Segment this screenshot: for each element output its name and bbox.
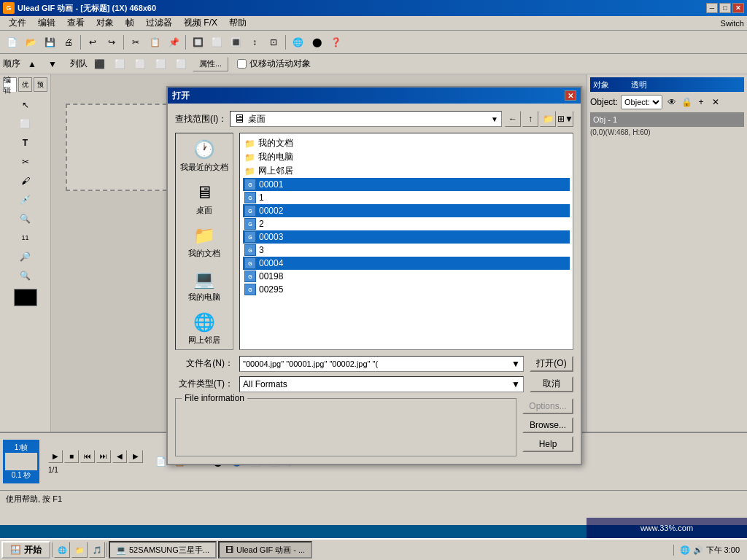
systray-icon1: 🌐	[680, 545, 690, 555]
folder-icon: 📁	[244, 166, 255, 176]
list-item-3[interactable]: G 3	[243, 244, 570, 257]
dialog-body: 查找范围(I)： 🖥 桌面 ▼ ← ↑ 📁 ⊞▼	[168, 104, 581, 464]
cancel-button[interactable]: 取消	[530, 376, 573, 392]
filetype-value: All Formats	[243, 379, 287, 389]
list-item-00002[interactable]: G 00002	[243, 204, 570, 217]
file-browser: 🕐 我最近的文档 🖥 桌面 📁	[175, 133, 573, 350]
taskbar-sep1	[52, 542, 53, 557]
file-name: 00198	[259, 271, 283, 281]
ulead-label: Ulead GIF 动画 - ...	[236, 545, 305, 556]
taskbar-media-icon[interactable]: 🎵	[89, 542, 105, 558]
start-button[interactable]: 🪟 开始	[1, 541, 50, 559]
nav-back-btn[interactable]: ←	[505, 111, 521, 127]
taskbar-sep2	[107, 542, 107, 557]
start-label: 开始	[24, 544, 42, 556]
help-dialog-button[interactable]: Help	[522, 436, 573, 452]
gif-icon: G	[244, 205, 256, 217]
filetype-select[interactable]: All Formats ▼	[239, 376, 524, 392]
watermark: www.33%.com	[587, 518, 747, 538]
nav-new-folder-btn[interactable]: 📁	[540, 111, 556, 127]
desktop-icon: 🖥	[193, 181, 216, 204]
list-item-00001[interactable]: G 00001	[243, 178, 570, 191]
file-name: 00002	[259, 206, 283, 216]
shortcut-recent-label: 我最近的文档	[180, 163, 228, 172]
network-icon: 🌐	[193, 311, 216, 334]
dialog-bottom: File information Options... Browse... He…	[175, 398, 573, 456]
open-button[interactable]: 打开(O)	[530, 356, 573, 372]
shortcuts-panel: 🕐 我最近的文档 🖥 桌面 📁	[175, 133, 233, 350]
systray: 🌐 🔊 下午 3:00	[673, 545, 746, 556]
taskbar-quick-launch: 🌐 📁 🎵	[54, 542, 105, 558]
gif-icon: G	[244, 192, 256, 203]
options-button[interactable]: Options...	[522, 398, 573, 414]
filename-row: 文件名(N)： "00004.jpg" "00001.jpg" "00002.j…	[175, 356, 573, 372]
file-name: 3	[259, 245, 264, 255]
folder-icon: 📁	[244, 152, 255, 163]
gif-icon: G	[244, 231, 256, 243]
taskbar-explorer-icon[interactable]: 📁	[71, 542, 88, 558]
dialog-title-text: 打开	[172, 90, 190, 102]
mydocs-icon: 📁	[193, 224, 216, 247]
filename-label: 文件名(N)：	[175, 357, 233, 370]
file-name: 我的文档	[258, 137, 293, 149]
location-bar: 查找范围(I)： 🖥 桌面 ▼ ← ↑ 📁 ⊞▼	[175, 111, 573, 127]
browse-button[interactable]: Browse...	[522, 417, 573, 433]
mycomputer-icon: 💻	[193, 268, 216, 291]
dialog-side-buttons: Options... Browse... Help	[522, 398, 573, 456]
gif-icon: G	[244, 257, 256, 269]
shortcut-mydocs-label: 我的文档	[188, 249, 220, 258]
list-item-00004[interactable]: G 00004	[243, 257, 570, 270]
taskbar-ie-icon[interactable]: 🌐	[54, 542, 70, 558]
systray-icon2: 🔊	[693, 545, 703, 555]
list-item-2[interactable]: G 2	[243, 217, 570, 230]
file-name: 00295	[259, 284, 283, 295]
file-name: 00001	[259, 179, 283, 190]
shortcut-mycomputer[interactable]: 💻 我的电脑	[179, 266, 230, 303]
folder-icon: 📁	[244, 139, 255, 149]
shortcut-network[interactable]: 🌐 网上邻居	[179, 309, 230, 346]
list-item-00003[interactable]: G 00003	[243, 230, 570, 244]
file-list: 📁 我的文档 📁 我的电脑 📁 网上邻居 G	[239, 133, 573, 350]
location-arrow-icon: ▼	[491, 115, 498, 123]
systray-time: 下午 3:00	[706, 545, 740, 556]
nav-view-btn[interactable]: ⊞▼	[557, 111, 573, 127]
dialog-overlay: 打开 ✕ 查找范围(I)： 🖥 桌面 ▼ ←	[0, 0, 747, 525]
location-nav-icons: ← ↑ 📁 ⊞▼	[505, 111, 573, 127]
filetype-arrow-icon: ▼	[511, 379, 520, 389]
filename-input[interactable]: "00004.jpg" "00001.jpg" "00002.jpg" "( ▼	[239, 356, 524, 372]
gif-icon: G	[244, 218, 256, 230]
gif-icon: G	[244, 271, 256, 282]
dialog-close-btn[interactable]: ✕	[565, 90, 576, 101]
taskbar-ulead-item[interactable]: 🎞 Ulead GIF 动画 - ...	[218, 541, 312, 559]
taskbar-samsung-item[interactable]: 💻 52SAMSUNG三星手...	[109, 541, 217, 559]
file-name: 2	[259, 219, 264, 229]
file-name: 我的电脑	[258, 151, 293, 163]
app-window: G Ulead GIF 动画 - [无标题] (1X) 468x60 ─ □ ✕…	[0, 0, 747, 525]
ulead-icon: 🎞	[225, 545, 233, 554]
shortcut-desktop[interactable]: 🖥 桌面	[179, 179, 230, 217]
shortcut-recent[interactable]: 🕐 我最近的文档	[179, 136, 230, 174]
file-name: 00004	[259, 258, 283, 268]
list-item-00295[interactable]: G 00295	[243, 283, 570, 296]
list-item-mycomputer[interactable]: 📁 我的电脑	[243, 150, 570, 164]
shortcut-mycomputer-label: 我的电脑	[188, 292, 220, 302]
list-item-network[interactable]: 📁 网上邻居	[243, 164, 570, 178]
file-info-box: File information	[175, 398, 516, 456]
taskbar: 🪟 开始 🌐 📁 🎵 💻 52SAMSUNG三星手... 🎞 Ulead GIF…	[0, 538, 747, 560]
location-label: 查找范围(I)：	[175, 113, 227, 125]
samsung-icon: 💻	[116, 545, 126, 555]
shortcut-mydocs[interactable]: 📁 我的文档	[179, 222, 230, 260]
list-item-1[interactable]: G 1	[243, 191, 570, 204]
shortcut-desktop-label: 桌面	[196, 206, 212, 215]
file-name: 00003	[259, 232, 283, 242]
recent-docs-icon: 🕐	[193, 138, 216, 161]
gif-icon: G	[244, 284, 256, 295]
nav-up-btn[interactable]: ↑	[522, 111, 538, 127]
list-item-mydocs[interactable]: 📁 我的文档	[243, 136, 570, 150]
location-combo[interactable]: 🖥 桌面 ▼	[230, 111, 502, 127]
list-item-00198[interactable]: G 00198	[243, 270, 570, 283]
dialog-title-bar: 打开 ✕	[168, 88, 581, 104]
filename-arrow-icon: ▼	[511, 359, 520, 369]
filetype-row: 文件类型(T)： All Formats ▼ 取消	[175, 376, 573, 392]
location-value: 桌面	[248, 113, 266, 125]
